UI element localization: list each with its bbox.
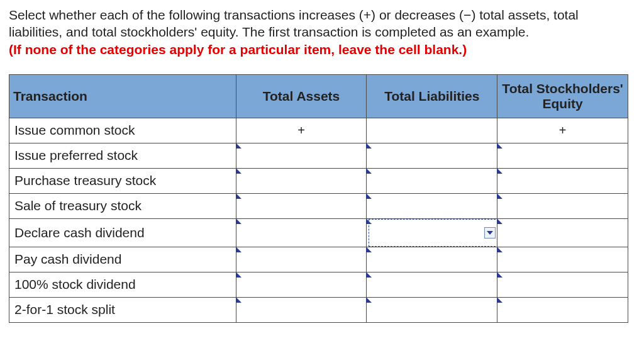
transaction-label: Purchase treasury stock: [9, 168, 236, 193]
col-header-assets: Total Assets: [236, 74, 367, 118]
dropdown-cell[interactable]: [367, 272, 497, 297]
dropdown-cell[interactable]: [367, 168, 497, 193]
table-row: Issue preferred stock: [9, 143, 628, 168]
dropdown[interactable]: [497, 247, 628, 272]
table-row: Sale of treasury stock: [9, 193, 628, 218]
dropdown-cell[interactable]: [497, 297, 628, 322]
dropdown-cell[interactable]: [497, 247, 628, 272]
transaction-label: Sale of treasury stock: [9, 193, 236, 218]
dropdown[interactable]: [497, 143, 628, 168]
dropdown-cell[interactable]: [236, 193, 367, 218]
dropdown[interactable]: [497, 169, 628, 193]
dropdown[interactable]: [367, 298, 497, 322]
col-header-equity: Total Stockholders' Equity: [497, 74, 628, 118]
instructions-warning: (If none of the categories apply for a p…: [9, 42, 467, 57]
transaction-label: Issue preferred stock: [9, 143, 236, 168]
dropdown[interactable]: [367, 272, 497, 297]
transactions-table: Transaction Total Assets Total Liabiliti…: [9, 74, 628, 323]
transaction-label: 2-for-1 stock split: [9, 297, 236, 322]
dropdown[interactable]: [367, 194, 497, 218]
dropdown-cell[interactable]: [236, 272, 367, 297]
dropdown[interactable]: [236, 298, 367, 322]
dropdown-cell[interactable]: [236, 143, 367, 168]
cell-value: +: [559, 123, 567, 138]
dropdown[interactable]: [236, 194, 367, 218]
dropdown[interactable]: [236, 219, 367, 247]
dropdown-cell[interactable]: [497, 218, 628, 247]
dropdown[interactable]: [367, 169, 497, 193]
dropdown[interactable]: [497, 219, 628, 247]
instructions: Select whether each of the following tra…: [9, 6, 635, 58]
dropdown-cell[interactable]: [497, 272, 628, 297]
table-row: Issue common stock++: [9, 118, 628, 143]
dropdown-cell[interactable]: [367, 297, 497, 322]
dropdown-cell[interactable]: [367, 193, 497, 218]
chevron-down-icon[interactable]: [484, 227, 496, 239]
dropdown-cell[interactable]: [497, 168, 628, 193]
transaction-label: 100% stock dividend: [9, 272, 236, 297]
table-row: Purchase treasury stock: [9, 168, 628, 193]
dropdown[interactable]: [236, 247, 367, 272]
value-cell-example: +: [236, 118, 367, 143]
dropdown[interactable]: [236, 272, 367, 297]
dropdown-cell[interactable]: [236, 218, 367, 247]
table-row: 2-for-1 stock split: [9, 297, 628, 322]
table-row: Pay cash dividend: [9, 247, 628, 272]
dropdown-cell[interactable]: [497, 143, 628, 168]
transaction-label: Declare cash dividend: [9, 218, 236, 247]
col-header-transaction: Transaction: [9, 74, 236, 118]
col-header-liabilities: Total Liabilities: [367, 74, 497, 118]
dropdown-cell[interactable]: [367, 218, 497, 247]
dropdown-cell[interactable]: [367, 247, 497, 272]
value-cell-example: +: [497, 118, 628, 143]
table-row: Declare cash dividend: [9, 218, 628, 247]
instructions-text: Select whether each of the following tra…: [9, 8, 579, 39]
transaction-label: Issue common stock: [9, 118, 236, 143]
dropdown-cell[interactable]: [497, 193, 628, 218]
dropdown[interactable]: [497, 194, 628, 218]
dropdown[interactable]: [497, 298, 628, 322]
table-row: 100% stock dividend: [9, 272, 628, 297]
value-cell-example: [367, 118, 497, 143]
dropdown[interactable]: [369, 219, 499, 247]
dropdown[interactable]: [367, 143, 497, 168]
dropdown-cell[interactable]: [367, 143, 497, 168]
dropdown-cell[interactable]: [236, 247, 367, 272]
dropdown-cell[interactable]: [236, 168, 367, 193]
dropdown[interactable]: [236, 169, 367, 193]
dropdown[interactable]: [236, 143, 367, 168]
dropdown-cell[interactable]: [236, 297, 367, 322]
transaction-label: Pay cash dividend: [9, 247, 236, 272]
cell-value: +: [297, 123, 305, 138]
dropdown[interactable]: [367, 247, 497, 272]
dropdown[interactable]: [497, 272, 628, 297]
